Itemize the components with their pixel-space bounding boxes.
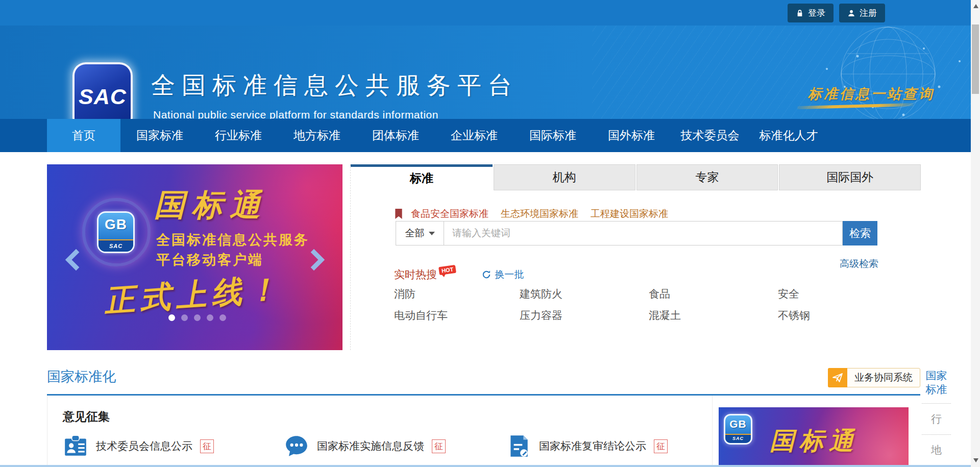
solicitation-badge: 征 [200, 439, 214, 453]
hot-word[interactable]: 安全 [778, 287, 880, 301]
side-tab-national-standards[interactable]: 国家标准 [922, 364, 951, 404]
quick-link-food-safety[interactable]: 食品安全国家标准 [411, 207, 488, 220]
scrollbar-up-icon[interactable] [973, 4, 978, 8]
card-item-tc-info[interactable]: 技术委员会信息公示 征 [63, 433, 214, 459]
hot-search-row: 实时热搜 HOT 换一批 [394, 267, 524, 282]
nav-item-enterprise-standards[interactable]: 企业标准 [435, 119, 513, 152]
carousel-dot[interactable] [207, 314, 213, 321]
category-dropdown[interactable]: 全部 [396, 221, 444, 245]
carousel-next-icon[interactable] [303, 249, 325, 271]
nav-item-foreign-standards[interactable]: 国外标准 [592, 119, 671, 152]
gb-app-icon-sac: SAC [725, 434, 751, 443]
header-slogan: 标准信息一站查询 [808, 85, 935, 103]
carousel-dot[interactable] [168, 314, 175, 321]
tab-institutions[interactable]: 机构 [494, 164, 635, 190]
hot-badge: HOT [438, 265, 456, 275]
side-tab-local[interactable]: 地 [922, 435, 951, 466]
quick-links: 食品安全国家标准 生态环境国家标准 工程建设国家标准 [395, 207, 668, 220]
top-bar: 登录 注册 [0, 0, 980, 26]
business-collaboration-button[interactable]: 业务协同系统 [828, 368, 920, 387]
nav-item-industry-standards[interactable]: 行业标准 [199, 119, 278, 152]
tab-international-foreign[interactable]: 国际国外 [779, 164, 921, 190]
site-header: SAC 全国标准信息公共服务平台 National public service… [0, 26, 980, 119]
section-title-national-standardization: 国家标准化 [47, 367, 116, 386]
login-button[interactable]: 登录 [788, 4, 834, 22]
carousel-headline: 国标通 [154, 185, 267, 226]
quick-link-engineering[interactable]: 工程建设国家标准 [591, 207, 668, 220]
id-card-icon [63, 433, 88, 459]
side-tab-industry[interactable]: 行 [922, 404, 951, 435]
paper-plane-icon [831, 372, 844, 384]
nav-item-local-standards[interactable]: 地方标准 [278, 119, 356, 152]
search-panel: 标准 机构 专家 国际国外 食品安全国家标准 生态环境国家标准 工程建设国家标准… [350, 164, 920, 350]
refresh-batch-link[interactable]: 换一批 [481, 268, 524, 281]
page: 登录 注册 SAC 全国标准信息公共服务 [0, 0, 980, 467]
card-item-review-conclusion[interactable]: 国家标准复审结论公示 征 [506, 433, 668, 459]
hot-word[interactable]: 食品 [649, 287, 778, 301]
hot-word[interactable]: 不锈钢 [778, 308, 880, 323]
carousel-line1: 全国标准信息公共服务 [156, 231, 309, 249]
main-nav: 首页 国家标准 行业标准 地方标准 团体标准 企业标准 国际标准 国外标准 技术… [0, 119, 980, 152]
advanced-search-link[interactable]: 高级检索 [840, 257, 878, 271]
bookmark-icon [395, 209, 403, 219]
slogan-underline [797, 103, 914, 109]
login-label: 登录 [808, 7, 825, 19]
scrollbar-thumb[interactable] [972, 24, 979, 94]
hot-word[interactable]: 混凝土 [649, 308, 778, 323]
hot-word[interactable]: 压力容器 [520, 308, 649, 323]
card-title: 意见征集 [63, 409, 110, 425]
hot-word[interactable]: 消防 [394, 287, 520, 301]
card-item-label: 技术委员会信息公示 [96, 439, 192, 453]
site-subtitle: National public service platform for sta… [153, 109, 438, 119]
nav-item-technical-committee[interactable]: 技术委员会 [671, 119, 749, 152]
gb-app-icon-small: GB SAC [724, 414, 752, 445]
register-label: 注册 [860, 7, 877, 19]
nav-item-international-standards[interactable]: 国际标准 [513, 119, 592, 152]
bottom-section-edge [0, 465, 971, 467]
carousel-dot[interactable] [219, 314, 226, 321]
nav-item-group-standards[interactable]: 团体标准 [356, 119, 435, 152]
chevron-down-icon [429, 232, 435, 235]
business-collaboration-label: 业务协同系统 [847, 371, 920, 384]
card-item-label: 国家标准复审结论公示 [539, 439, 646, 453]
lock-icon [796, 9, 804, 17]
refresh-batch-label: 换一批 [495, 268, 524, 281]
hot-word[interactable]: 电动自行车 [394, 308, 520, 323]
nav-item-standardization-talent[interactable]: 标准化人才 [749, 119, 828, 152]
carousel-line2: 平台移动客户端 [156, 251, 263, 269]
vertical-scrollbar[interactable] [971, 0, 980, 467]
search-button[interactable]: 检索 [843, 221, 877, 245]
tab-experts[interactable]: 专家 [636, 164, 778, 190]
carousel-dot[interactable] [194, 314, 201, 321]
document-edit-icon [506, 433, 531, 459]
sac-logo-text: SAC [79, 84, 127, 109]
banner-headline: 国标通 [770, 425, 859, 457]
carousel-dot[interactable] [181, 314, 188, 321]
card-item-label: 国家标准实施信息反馈 [317, 439, 424, 453]
side-tab-strip: 国家标准 行 地 [922, 364, 951, 466]
gb-app-icon-sac: SAC [99, 239, 133, 252]
solicitation-badge: 征 [654, 439, 668, 453]
hot-search-label: 实时热搜 [394, 267, 437, 282]
card-item-implementation-feedback[interactable]: 国家标准实施信息反馈 征 [284, 433, 446, 459]
gb-app-icon: GB SAC [97, 211, 135, 253]
gb-app-icon-text: GB [725, 418, 751, 430]
paper-plane-icon-box [828, 368, 847, 387]
carousel-dots [168, 314, 226, 321]
carousel-prev-icon[interactable] [65, 249, 87, 271]
opinion-solicitation-card: 意见征集 技术委员会信息公示 征 [47, 396, 713, 467]
search-input[interactable] [444, 221, 843, 245]
sac-logo[interactable]: SAC [72, 62, 133, 119]
hot-word[interactable]: 建筑防火 [520, 287, 649, 301]
hot-words: 消防 建筑防火 食品 安全 电动自行车 压力容器 混凝土 不锈钢 [394, 287, 880, 323]
register-button[interactable]: 注册 [839, 4, 885, 22]
nav-item-national-standards[interactable]: 国家标准 [120, 119, 199, 152]
gbt-promo-banner[interactable]: GB SAC 国标通 [719, 407, 909, 467]
category-selected: 全部 [405, 227, 425, 240]
nav-item-home[interactable]: 首页 [47, 119, 120, 152]
hero-carousel[interactable]: GB SAC 国标通 全国标准信息公共服务 平台移动客户端 正式上线！ [47, 164, 342, 350]
scrollbar-down-icon[interactable] [973, 458, 978, 462]
quick-link-eco-environment[interactable]: 生态环境国家标准 [501, 207, 578, 220]
tab-standards[interactable]: 标准 [351, 164, 493, 190]
search-tabs: 标准 机构 专家 国际国外 [351, 164, 921, 190]
